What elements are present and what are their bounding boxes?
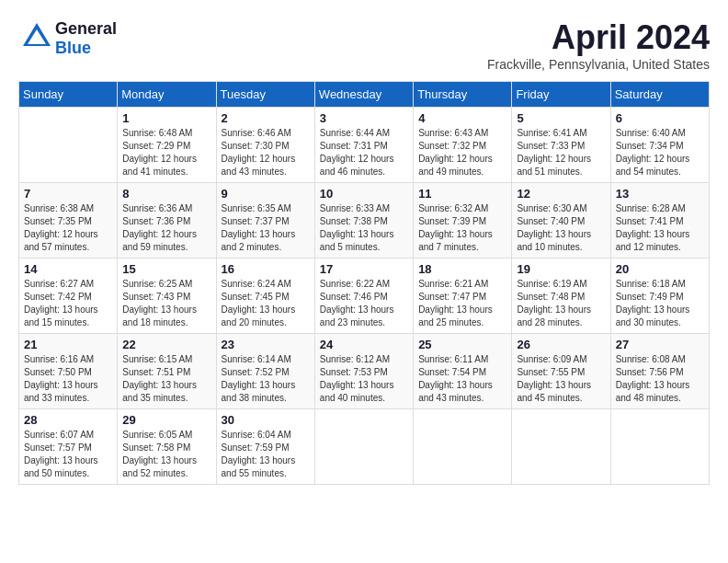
day-info: Sunrise: 6:32 AMSunset: 7:39 PMDaylight:… xyxy=(418,202,506,254)
logo: General Blue xyxy=(18,18,117,59)
day-number: 30 xyxy=(222,413,310,427)
weekday-header-sunday: Sunday xyxy=(19,82,118,108)
day-info: Sunrise: 6:33 AMSunset: 7:38 PMDaylight:… xyxy=(320,202,408,254)
calendar-week-row: 1 Sunrise: 6:48 AMSunset: 7:29 PMDayligh… xyxy=(19,108,710,183)
day-info: Sunrise: 6:22 AMSunset: 7:46 PMDaylight:… xyxy=(320,278,408,329)
day-info: Sunrise: 6:40 AMSunset: 7:34 PMDaylight:… xyxy=(616,127,704,178)
day-info: Sunrise: 6:05 AMSunset: 7:58 PMDaylight:… xyxy=(122,429,210,480)
day-info: Sunrise: 6:16 AMSunset: 7:50 PMDaylight:… xyxy=(24,353,112,405)
calendar-week-row: 7 Sunrise: 6:38 AMSunset: 7:35 PMDayligh… xyxy=(19,183,710,259)
day-number: 4 xyxy=(418,111,506,125)
logo-general-text: General xyxy=(55,19,117,38)
day-number: 14 xyxy=(24,262,112,276)
day-number: 20 xyxy=(616,262,704,276)
calendar-cell: 1 Sunrise: 6:48 AMSunset: 7:29 PMDayligh… xyxy=(118,108,216,183)
day-number: 1 xyxy=(122,111,210,125)
day-info: Sunrise: 6:19 AMSunset: 7:48 PMDaylight:… xyxy=(517,278,605,329)
day-info: Sunrise: 6:36 AMSunset: 7:36 PMDaylight:… xyxy=(122,202,210,254)
day-info: Sunrise: 6:46 AMSunset: 7:30 PMDaylight:… xyxy=(222,127,310,178)
calendar-cell: 7 Sunrise: 6:38 AMSunset: 7:35 PMDayligh… xyxy=(19,183,118,259)
calendar-cell: 2 Sunrise: 6:46 AMSunset: 7:30 PMDayligh… xyxy=(216,108,314,183)
calendar-cell: 19 Sunrise: 6:19 AMSunset: 7:48 PMDaylig… xyxy=(512,259,610,334)
day-number: 28 xyxy=(24,413,112,427)
day-number: 9 xyxy=(222,187,310,201)
calendar-cell: 27 Sunrise: 6:08 AMSunset: 7:56 PMDaylig… xyxy=(610,334,709,409)
day-info: Sunrise: 6:27 AMSunset: 7:42 PMDaylight:… xyxy=(24,278,112,329)
day-number: 10 xyxy=(320,187,408,201)
calendar-cell: 17 Sunrise: 6:22 AMSunset: 7:46 PMDaylig… xyxy=(314,259,413,334)
calendar-cell: 30 Sunrise: 6:04 AMSunset: 7:59 PMDaylig… xyxy=(216,409,314,485)
logo-icon xyxy=(18,18,55,55)
calendar-cell: 29 Sunrise: 6:05 AMSunset: 7:58 PMDaylig… xyxy=(118,409,216,485)
day-number: 8 xyxy=(122,187,210,201)
calendar-cell: 28 Sunrise: 6:07 AMSunset: 7:57 PMDaylig… xyxy=(19,409,118,485)
day-number: 12 xyxy=(517,187,605,201)
day-info: Sunrise: 6:12 AMSunset: 7:53 PMDaylight:… xyxy=(320,353,408,405)
location: Frackville, Pennsylvania, United States xyxy=(487,57,710,72)
calendar-week-row: 28 Sunrise: 6:07 AMSunset: 7:57 PMDaylig… xyxy=(19,409,710,485)
calendar-cell xyxy=(19,108,118,183)
calendar-cell: 23 Sunrise: 6:14 AMSunset: 7:52 PMDaylig… xyxy=(216,334,314,409)
day-number: 11 xyxy=(418,187,506,201)
calendar-cell: 9 Sunrise: 6:35 AMSunset: 7:37 PMDayligh… xyxy=(216,183,314,259)
day-number: 6 xyxy=(616,111,704,125)
page-header: General Blue April 2024 Frackville, Penn… xyxy=(18,18,710,72)
calendar-table: SundayMondayTuesdayWednesdayThursdayFrid… xyxy=(18,81,710,485)
logo-blue-text: Blue xyxy=(55,39,91,57)
weekday-header-tuesday: Tuesday xyxy=(216,82,314,108)
day-info: Sunrise: 6:08 AMSunset: 7:56 PMDaylight:… xyxy=(616,353,704,405)
calendar-cell: 26 Sunrise: 6:09 AMSunset: 7:55 PMDaylig… xyxy=(512,334,610,409)
day-number: 27 xyxy=(616,338,704,351)
day-info: Sunrise: 6:41 AMSunset: 7:33 PMDaylight:… xyxy=(517,127,605,178)
day-number: 13 xyxy=(616,187,704,201)
title-area: April 2024 Frackville, Pennsylvania, Uni… xyxy=(487,18,710,72)
day-number: 5 xyxy=(517,111,605,125)
day-number: 16 xyxy=(222,262,310,276)
weekday-header-monday: Monday xyxy=(118,82,216,108)
day-number: 19 xyxy=(517,262,605,276)
day-number: 18 xyxy=(418,262,506,276)
day-info: Sunrise: 6:28 AMSunset: 7:41 PMDaylight:… xyxy=(616,202,704,254)
day-info: Sunrise: 6:24 AMSunset: 7:45 PMDaylight:… xyxy=(222,278,310,329)
day-number: 21 xyxy=(24,338,112,351)
month-title: April 2024 xyxy=(487,18,710,57)
calendar-cell: 24 Sunrise: 6:12 AMSunset: 7:53 PMDaylig… xyxy=(314,334,413,409)
calendar-cell: 11 Sunrise: 6:32 AMSunset: 7:39 PMDaylig… xyxy=(414,183,512,259)
day-number: 24 xyxy=(320,338,408,351)
calendar-cell: 3 Sunrise: 6:44 AMSunset: 7:31 PMDayligh… xyxy=(314,108,413,183)
day-number: 15 xyxy=(122,262,210,276)
calendar-cell: 10 Sunrise: 6:33 AMSunset: 7:38 PMDaylig… xyxy=(314,183,413,259)
calendar-cell: 16 Sunrise: 6:24 AMSunset: 7:45 PMDaylig… xyxy=(216,259,314,334)
calendar-cell: 5 Sunrise: 6:41 AMSunset: 7:33 PMDayligh… xyxy=(512,108,610,183)
day-number: 25 xyxy=(418,338,506,351)
weekday-header-saturday: Saturday xyxy=(610,82,709,108)
weekday-header-thursday: Thursday xyxy=(414,82,512,108)
calendar-cell: 15 Sunrise: 6:25 AMSunset: 7:43 PMDaylig… xyxy=(118,259,216,334)
day-info: Sunrise: 6:48 AMSunset: 7:29 PMDaylight:… xyxy=(122,127,210,178)
day-info: Sunrise: 6:30 AMSunset: 7:40 PMDaylight:… xyxy=(517,202,605,254)
calendar-cell: 25 Sunrise: 6:11 AMSunset: 7:54 PMDaylig… xyxy=(414,334,512,409)
day-number: 26 xyxy=(517,338,605,351)
calendar-cell: 18 Sunrise: 6:21 AMSunset: 7:47 PMDaylig… xyxy=(414,259,512,334)
day-number: 7 xyxy=(24,187,112,201)
day-number: 17 xyxy=(320,262,408,276)
day-info: Sunrise: 6:35 AMSunset: 7:37 PMDaylight:… xyxy=(222,202,310,254)
calendar-cell: 4 Sunrise: 6:43 AMSunset: 7:32 PMDayligh… xyxy=(414,108,512,183)
calendar-week-row: 21 Sunrise: 6:16 AMSunset: 7:50 PMDaylig… xyxy=(19,334,710,409)
calendar-cell: 6 Sunrise: 6:40 AMSunset: 7:34 PMDayligh… xyxy=(610,108,709,183)
day-info: Sunrise: 6:38 AMSunset: 7:35 PMDaylight:… xyxy=(24,202,112,254)
day-info: Sunrise: 6:14 AMSunset: 7:52 PMDaylight:… xyxy=(222,353,310,405)
calendar-cell: 14 Sunrise: 6:27 AMSunset: 7:42 PMDaylig… xyxy=(19,259,118,334)
calendar-cell: 12 Sunrise: 6:30 AMSunset: 7:40 PMDaylig… xyxy=(512,183,610,259)
day-number: 29 xyxy=(122,413,210,427)
day-number: 23 xyxy=(222,338,310,351)
day-number: 2 xyxy=(222,111,310,125)
weekday-header-wednesday: Wednesday xyxy=(314,82,413,108)
calendar-cell: 21 Sunrise: 6:16 AMSunset: 7:50 PMDaylig… xyxy=(19,334,118,409)
calendar-cell: 22 Sunrise: 6:15 AMSunset: 7:51 PMDaylig… xyxy=(118,334,216,409)
day-info: Sunrise: 6:09 AMSunset: 7:55 PMDaylight:… xyxy=(517,353,605,405)
day-info: Sunrise: 6:11 AMSunset: 7:54 PMDaylight:… xyxy=(418,353,506,405)
day-info: Sunrise: 6:04 AMSunset: 7:59 PMDaylight:… xyxy=(222,429,310,480)
calendar-cell: 13 Sunrise: 6:28 AMSunset: 7:41 PMDaylig… xyxy=(610,183,709,259)
calendar-cell xyxy=(314,409,413,485)
